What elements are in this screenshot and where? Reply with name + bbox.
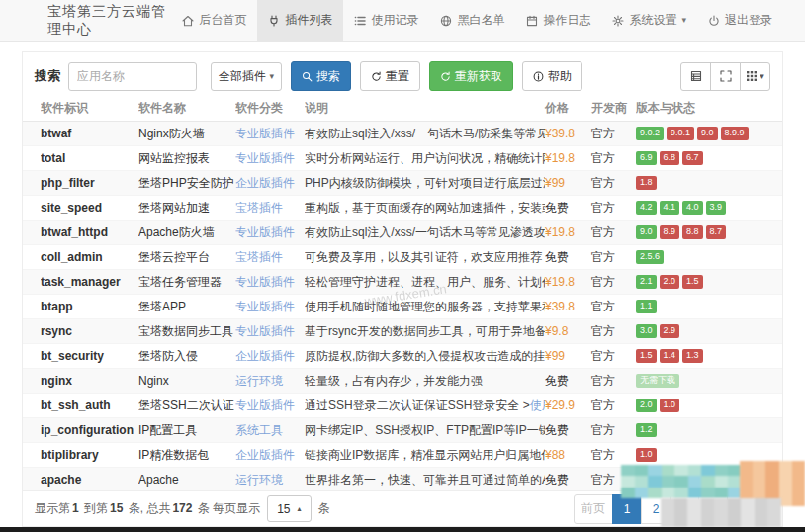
plugin-category-link[interactable]: 专业版插件 xyxy=(235,126,305,142)
version-badge[interactable]: 8.7 xyxy=(706,225,727,239)
version-badge[interactable]: 4.2 xyxy=(636,201,657,215)
plugin-vendor: 官方 xyxy=(591,126,636,142)
toolbar: 搜索 全部插件 ▾ 搜索重置重新获取帮助 ▾ xyxy=(35,60,770,92)
plugin-description: 世界排名第一，快速、可靠并且可通过简单的API扩充 xyxy=(305,472,545,488)
version-badge[interactable]: 3.9 xyxy=(706,201,727,215)
version-badge[interactable]: 2.5.6 xyxy=(636,250,664,264)
chevron-down-icon: ▾ xyxy=(269,72,274,81)
version-badge[interactable]: 1.0 xyxy=(660,399,680,412)
plugin-name: Nginx xyxy=(138,374,235,388)
version-badge[interactable]: 2.9 xyxy=(660,324,680,338)
search-input[interactable] xyxy=(68,62,197,91)
grid-view-button[interactable]: ▾ xyxy=(740,62,770,91)
version-badge[interactable]: 1.8 xyxy=(636,176,657,190)
version-badge[interactable]: 2.1 xyxy=(636,275,657,289)
page-size-select[interactable]: 15 ▴ xyxy=(267,495,311,522)
plugin-category-link[interactable]: 专业版插件 xyxy=(235,274,305,291)
plugin-price: ¥99 xyxy=(545,176,591,190)
nav-item-gear[interactable]: 系统设置▾ xyxy=(601,0,697,41)
nav-item-calendar[interactable]: 操作日志 xyxy=(515,0,601,41)
plugin-price: ¥39.8 xyxy=(545,300,591,313)
nav-item-home[interactable]: 后台首页 xyxy=(171,0,257,41)
reset-button[interactable]: 重置 xyxy=(360,61,420,91)
version-badges: 1.1 xyxy=(636,300,764,313)
version-badge[interactable]: 9.0 xyxy=(697,127,718,140)
plugin-description: 链接商业IP数据库，精准显示网站用户归属地信息。暂时... xyxy=(305,447,545,464)
page-size-value: 15 xyxy=(277,502,290,516)
version-badge[interactable]: 2.0 xyxy=(660,275,680,289)
nav-item-globe[interactable]: 黑白名单 xyxy=(429,0,515,41)
table-row[interactable]: rsync宝塔数据同步工具专业版插件基于rsync开发的数据同步工具，可用于异地… xyxy=(23,319,782,344)
table-row[interactable]: task_manager宝塔任务管理器专业版插件轻松管理守护进程、进程、用户、服… xyxy=(23,270,782,295)
version-badge[interactable]: 3.0 xyxy=(636,324,657,338)
plugin-description: 实时分析网站运行、用户访问状况，精确统计网站流量、I... xyxy=(305,150,545,167)
version-badge[interactable]: 1.5 xyxy=(682,275,703,289)
description-link[interactable]: 使用教程 xyxy=(530,399,545,412)
plugin-category-link[interactable]: 运行环境 xyxy=(235,373,305,390)
table-row[interactable]: btapp堡塔APP专业版插件使用手机随时随地管理您的服务器，支持苹果和安卓 >… xyxy=(23,295,782,319)
plugin-category-link[interactable]: 专业版插件 xyxy=(235,299,305,315)
table-row[interactable]: ip_configurationIP配置工具系统工具网卡绑定IP、SSH授权IP… xyxy=(23,418,782,443)
version-badge[interactable]: 6.7 xyxy=(682,151,703,165)
table-row[interactable]: total网站监控报表专业版插件实时分析网站运行、用户访问状况，精确统计网站流量… xyxy=(23,146,782,171)
version-badge[interactable]: 8.8 xyxy=(682,225,703,239)
table-row[interactable]: bt_security堡塔防入侵企业版插件原防提权,防御大多数的入侵提权攻击造成… xyxy=(23,344,782,369)
plugin-name: 堡塔防入侵 xyxy=(138,348,235,365)
column-header: 版本与状态 xyxy=(636,100,764,117)
version-badge[interactable]: 8.9 xyxy=(660,225,680,239)
version-badge[interactable]: 9.0.2 xyxy=(636,127,664,140)
plugin-category-link[interactable]: 企业版插件 xyxy=(235,348,305,365)
version-badge[interactable]: 4.0 xyxy=(682,201,703,215)
plugin-vendor: 官方 xyxy=(591,422,636,439)
version-badge[interactable]: 1.5 xyxy=(636,349,657,363)
plugin-category-link[interactable]: 运行环境 xyxy=(235,472,305,488)
plugin-category-link[interactable]: 企业版插件 xyxy=(235,447,305,464)
version-badge[interactable]: 1.3 xyxy=(682,349,703,363)
plugin-category-link[interactable]: 宝塔插件 xyxy=(235,249,305,266)
plugin-category-link[interactable]: 企业版插件 xyxy=(235,175,305,192)
version-badge[interactable]: 1.1 xyxy=(636,300,657,313)
version-badge[interactable]: 1.4 xyxy=(660,349,680,363)
expand-view-button[interactable] xyxy=(710,62,741,91)
version-badge[interactable]: 2.0 xyxy=(636,399,657,412)
nav-item-plug[interactable]: 插件列表 xyxy=(257,0,343,41)
table-row[interactable]: btwafNginx防火墙专业版插件有效防止sql注入/xss/一句话木马/防采… xyxy=(23,122,782,146)
table-row[interactable]: site_speed堡塔网站加速宝塔插件重构版，基于页面缓存的网站加速插件，安装… xyxy=(23,196,782,221)
table-row[interactable]: php_filter堡塔PHP安全防护企业版插件PHP内核级防御模块，可针对项目… xyxy=(23,171,782,196)
nav-item-power[interactable]: 退出登录 xyxy=(697,0,783,41)
table-row[interactable]: nginxNginx运行环境轻量级，占有内存少，并发能力强免费官方无需下载 xyxy=(23,369,782,394)
plugin-category-link[interactable]: 宝塔插件 xyxy=(235,200,305,217)
refetch-button[interactable]: 重新获取 xyxy=(429,61,513,91)
version-badge[interactable]: 无需下载 xyxy=(636,374,679,388)
version-badge[interactable]: 1.2 xyxy=(636,423,657,437)
table-view-button[interactable] xyxy=(680,62,711,91)
plugin-category-link[interactable]: 专业版插件 xyxy=(235,224,305,241)
version-badge[interactable]: 9.0 xyxy=(636,225,657,239)
page-button-1[interactable]: 1 xyxy=(612,494,642,524)
table-row[interactable]: coll_admin堡塔云控平台宝塔插件可免费及享用，以及其引证符，欢支应用推荐… xyxy=(23,245,782,270)
version-badge[interactable]: 1.0 xyxy=(636,448,657,462)
table-header-row: 软件标识软件名称软件分类说明价格开发商版本与状态 xyxy=(23,96,782,122)
prev-page-button[interactable]: 前页 xyxy=(574,494,613,524)
version-badge[interactable]: 6.8 xyxy=(660,151,680,165)
search-button[interactable]: 搜索 xyxy=(291,61,351,91)
plugin-filter-select[interactable]: 全部插件 ▾ xyxy=(211,62,282,91)
power-icon xyxy=(708,15,720,27)
plugin-price: ¥39.8 xyxy=(545,127,591,140)
censored-mosaic xyxy=(621,465,742,498)
gear-icon xyxy=(612,15,624,27)
version-badge[interactable]: 8.9.9 xyxy=(721,127,749,140)
table-row[interactable]: bt_ssh_auth堡塔SSH二次认证专业版插件通过SSH登录二次认证保证SS… xyxy=(23,394,782,418)
table-row[interactable]: btwaf_httpdApache防火墙专业版插件有效防止sql注入/xss/一… xyxy=(23,221,782,245)
version-badge[interactable]: 9.0.1 xyxy=(667,127,694,140)
plugin-price: ¥19.8 xyxy=(545,225,591,239)
nav-item-list[interactable]: 使用记录 xyxy=(343,0,429,41)
plugin-category-link[interactable]: 专业版插件 xyxy=(235,323,305,340)
help-button[interactable]: 帮助 xyxy=(522,61,582,91)
plugin-category-link[interactable]: 系统工具 xyxy=(235,422,305,439)
nav-item-label: 插件列表 xyxy=(285,12,332,29)
version-badge[interactable]: 6.9 xyxy=(636,151,657,165)
version-badge[interactable]: 4.1 xyxy=(660,201,680,215)
plugin-category-link[interactable]: 专业版插件 xyxy=(235,398,305,414)
plugin-category-link[interactable]: 专业版插件 xyxy=(235,150,305,167)
